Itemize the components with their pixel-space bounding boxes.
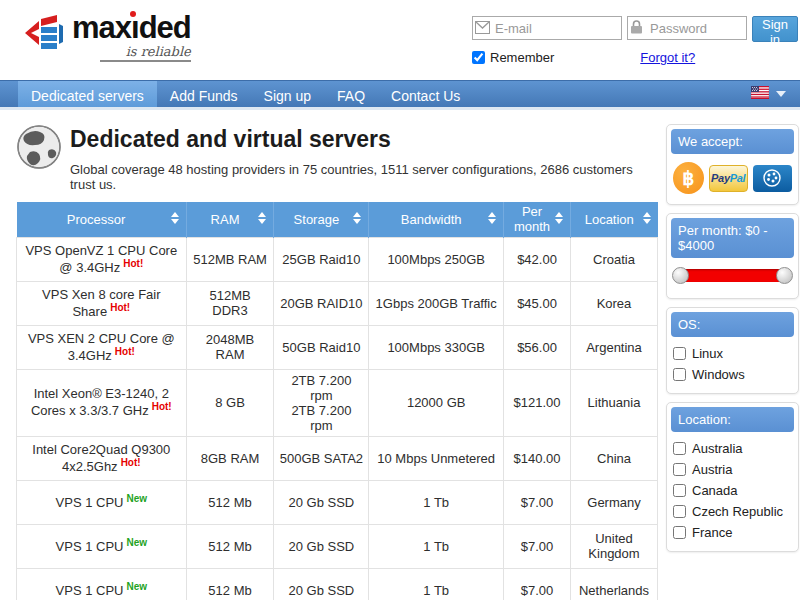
table-body: VPS OpenVZ 1 CPU Core @ 3.4GHzHot!512MB … [17,237,658,600]
storage-cell: 20 Gb SSD [274,524,369,568]
checkbox-windows[interactable] [673,368,686,381]
ram-cell: 8GB RAM [186,436,274,480]
server-row[interactable]: VPS 1 CPUNew512 Mb20 Gb SSD1 Tb$7.00Unit… [17,524,658,568]
column-label: Location [585,212,634,227]
price-filter-title: Per month: $0 - $4000 [671,218,794,258]
page-title: Dedicated and virtual servers [70,126,658,153]
processor-text: VPS 1 CPU [56,540,124,555]
nav-item-dedicated-servers[interactable]: Dedicated servers [18,81,157,107]
location-options: AustraliaAustriaCanadaCzech RepublicFran… [671,432,794,547]
nav-item-add-funds[interactable]: Add Funds [157,81,251,107]
nav-item-sign-up[interactable]: Sign up [251,81,324,107]
server-row[interactable]: VPS Xen 8 core Fair ShareHot!512MB DDR32… [17,281,658,325]
server-row[interactable]: Intel Core2Quad Q9300 4x2.5GhzHot!8GB RA… [17,436,658,480]
storage-cell: 50GB Raid10 [274,325,369,369]
bitcoin-icon: ฿ [673,162,704,194]
checkbox-czech-republic[interactable] [673,505,686,518]
filter-option-label: Canada [692,483,738,498]
location-cell: Lithuania [571,369,658,436]
filter-option-label: Australia [692,441,743,456]
sort-icon [488,212,496,224]
remember-checkbox[interactable] [472,51,485,64]
column-header-per-month[interactable]: Per month [504,202,571,237]
bandwidth-cell: 1Gbps 200GB Traffic [369,281,504,325]
filter-option-label: Linux [692,346,723,361]
filter-option-france[interactable]: France [673,522,792,543]
page-subtitle: Global coverage 48 hosting providers in … [70,162,658,192]
processor-text: Intel Xeon® E3-1240, 2 Cores x 3.3/3.7 G… [31,386,169,418]
storage-cell: 2TB 7.200 rpm 2TB 7.200 rpm [274,369,369,436]
filter-option-austria[interactable]: Austria [673,459,792,480]
offer-badge: New [126,581,147,592]
location-cell: United Kingdom [571,524,658,568]
email-field[interactable] [472,16,622,40]
column-label: Storage [294,212,340,227]
location-filter-title: Location: [671,407,794,432]
column-header-bandwidth[interactable]: Bandwidth [369,202,504,237]
processor-cell: Intel Xeon® E3-1240, 2 Cores x 3.3/3.7 G… [17,369,187,436]
processor-cell: VPS Xen 8 core Fair ShareHot! [17,281,187,325]
ram-cell: 2048MB RAM [186,325,274,369]
price-cell: $121.00 [504,369,571,436]
column-header-ram[interactable]: RAM [186,202,274,237]
filter-option-czech-republic[interactable]: Czech Republic [673,501,792,522]
bandwidth-cell: 1 Tb [369,524,504,568]
bandwidth-cell: 10 Mbps Unmetered [369,436,504,480]
checkbox-france[interactable] [673,526,686,539]
filter-option-australia[interactable]: Australia [673,438,792,459]
column-label: Processor [67,212,126,227]
filter-option-canada[interactable]: Canada [673,480,792,501]
price-cell: $45.00 [504,281,571,325]
price-cell: $7.00 [504,524,571,568]
column-label: RAM [211,212,240,227]
storage-cell: 25GB Raid10 [274,237,369,281]
price-cell: $7.00 [504,568,571,600]
checkbox-canada[interactable] [673,484,686,497]
processor-text: VPS XEN 2 CPU Core @ 3.4GHz [28,331,175,363]
content: Dedicated and virtual servers Global cov… [0,110,800,600]
ram-cell: 512MB RAM [186,237,274,281]
sign-in-button[interactable]: Sign in [752,16,798,42]
checkbox-austria[interactable] [673,463,686,476]
checkbox-linux[interactable] [673,347,686,360]
us-flag-icon [751,85,769,103]
price-cell: $140.00 [504,436,571,480]
logo[interactable]: maxıded is reliable [24,12,191,80]
column-header-location[interactable]: Location [571,202,658,237]
nav-item-faq[interactable]: FAQ [324,81,378,107]
checkbox-australia[interactable] [673,442,686,455]
price-cell: $42.00 [504,237,571,281]
processor-cell: VPS 1 CPUNew [17,568,187,600]
server-row[interactable]: VPS 1 CPUNew512 Mb20 Gb SSD1 Tb$7.00Germ… [17,480,658,524]
nav-items: Dedicated serversAdd FundsSign upFAQCont… [18,81,473,107]
server-row[interactable]: VPS XEN 2 CPU Core @ 3.4GHzHot!2048MB RA… [17,325,658,369]
email-icon [475,20,490,38]
column-header-storage[interactable]: Storage [274,202,369,237]
forgot-password-link[interactable]: Forgot it? [640,50,695,65]
globe-icon [16,124,62,192]
server-row[interactable]: VPS OpenVZ 1 CPU Core @ 3.4GHzHot!512MB … [17,237,658,281]
language-selector[interactable] [751,81,786,107]
server-row[interactable]: Intel Xeon® E3-1240, 2 Cores x 3.3/3.7 G… [17,369,658,436]
server-row[interactable]: VPS 1 CPUNew512 Mb20 Gb SSD1 Tb$7.00Neth… [17,568,658,600]
payments-panel-title: We accept: [671,129,794,154]
ram-cell: 8 GB [186,369,274,436]
slider-handle-min[interactable] [672,267,689,284]
ram-cell: 512 Mb [186,568,274,600]
location-cell: China [571,436,658,480]
storage-cell: 20 Gb SSD [274,568,369,600]
sort-icon [258,212,266,224]
offer-badge: Hot! [123,258,143,269]
password-field[interactable] [627,16,747,40]
column-header-processor[interactable]: Processor [17,202,187,237]
main-column: Dedicated and virtual servers Global cov… [16,124,658,600]
location-cell: Korea [571,281,658,325]
filter-option-windows[interactable]: Windows [673,364,792,385]
processor-cell: Intel Core2Quad Q9300 4x2.5GhzHot! [17,436,187,480]
price-range-slider[interactable] [674,267,791,284]
slider-handle-max[interactable] [776,267,793,284]
servers-table: ProcessorRAMStorageBandwidthPer monthLoc… [16,202,658,600]
filter-option-linux[interactable]: Linux [673,343,792,364]
payments-panel: We accept: ฿ PayPal [666,124,799,205]
nav-item-contact-us[interactable]: Contact Us [378,81,473,107]
